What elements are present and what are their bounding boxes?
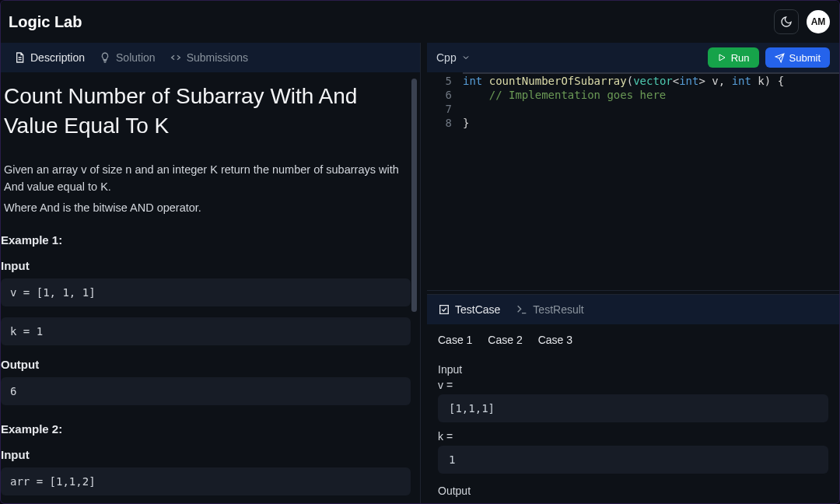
document-icon — [13, 51, 26, 64]
tab-testcase-label: TestCase — [455, 303, 500, 316]
tc-output-label: Output — [438, 485, 828, 497]
case-2[interactable]: Case 2 — [488, 334, 522, 346]
tc-v-label: v = — [438, 379, 828, 391]
tab-description[interactable]: Description — [13, 51, 85, 64]
example-2-header: Example 2: — [1, 422, 411, 436]
theme-toggle-button[interactable] — [774, 9, 799, 34]
run-button[interactable]: Run — [708, 47, 759, 68]
brand-logo[interactable]: Logic Lab — [9, 13, 82, 31]
send-icon — [775, 53, 785, 63]
play-icon — [717, 53, 726, 62]
moon-icon — [780, 16, 793, 28]
tab-solution-label: Solution — [116, 51, 156, 64]
tc-k-value[interactable]: 1 — [438, 446, 828, 474]
problem-description-panel: Count Number of Subarray With And Value … — [1, 72, 420, 503]
tc-k-label: k = — [438, 430, 828, 443]
tab-submissions[interactable]: Submissions — [170, 51, 248, 64]
tab-testresult-label: TestResult — [533, 303, 583, 316]
line-gutter: 5 6 7 8 — [427, 74, 463, 290]
split-gutter[interactable] — [421, 43, 427, 503]
terminal-icon — [516, 303, 528, 316]
testcase-body: Input v = [1,1,1] k = 1 Output — [427, 352, 839, 503]
problem-statement-2: Where And is the bitwise AND operator. — [4, 199, 408, 216]
submit-button[interactable]: Submit — [765, 47, 830, 68]
chevron-down-icon — [461, 53, 471, 62]
example-1-input-v: v = [1, 1, 1] — [1, 278, 411, 306]
editor-header: Cpp Run Submit — [427, 43, 839, 72]
submit-label: Submit — [789, 52, 821, 64]
tab-testcase[interactable]: TestCase — [438, 303, 500, 316]
output-label: Output — [1, 358, 411, 371]
bulb-icon — [99, 51, 111, 64]
user-avatar[interactable]: AM — [807, 10, 830, 33]
tab-description-label: Description — [30, 51, 85, 64]
run-label: Run — [731, 52, 750, 64]
tc-input-label: Input — [438, 363, 828, 376]
problem-tabs: Description Solution Submissions — [1, 43, 420, 72]
tab-testresult[interactable]: TestResult — [516, 303, 583, 316]
input-label-2: Input — [1, 448, 411, 461]
tab-solution[interactable]: Solution — [99, 51, 156, 64]
case-selector: Case 1 Case 2 Case 3 — [427, 324, 839, 352]
checklist-icon — [438, 303, 450, 316]
input-label: Input — [1, 259, 411, 272]
example-1-header: Example 1: — [1, 233, 411, 247]
example-1-input-k: k = 1 — [1, 317, 411, 345]
top-bar: Logic Lab AM — [1, 1, 839, 43]
code-content[interactable]: int countNumberOfSubarray(vector<int> v,… — [463, 74, 839, 290]
tc-v-value[interactable]: [1,1,1] — [438, 394, 828, 422]
case-1[interactable]: Case 1 — [438, 334, 472, 346]
case-3[interactable]: Case 3 — [538, 334, 572, 346]
problem-title: Count Number of Subarray With And Value … — [4, 82, 411, 141]
testcase-tabs: TestCase TestResult — [427, 295, 839, 324]
tab-submissions-label: Submissions — [187, 51, 248, 64]
scrollbar-thumb[interactable] — [411, 79, 417, 312]
example-1-output: 6 — [1, 377, 411, 405]
problem-statement-1: Given an array v of size n and an intege… — [4, 161, 408, 196]
language-selector[interactable]: Cpp — [436, 51, 471, 64]
code-icon — [170, 51, 182, 64]
language-label: Cpp — [436, 51, 457, 64]
code-editor[interactable]: 5 6 7 8 int countNumberOfSubarray(vector… — [427, 72, 839, 290]
example-2-input-arr: arr = [1,1,2] — [1, 467, 411, 495]
